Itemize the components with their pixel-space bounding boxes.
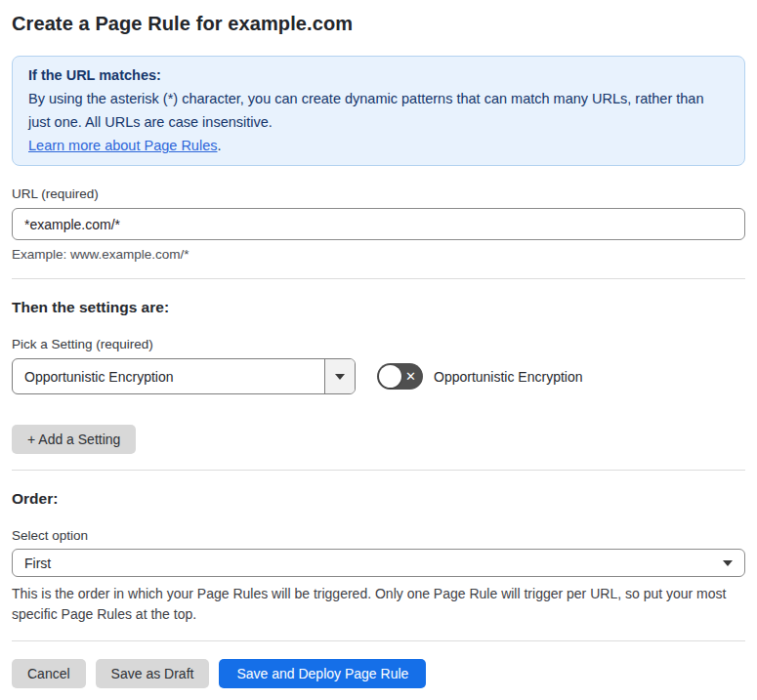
order-select-value: First	[24, 556, 723, 571]
divider	[12, 640, 745, 641]
chevron-down-icon	[335, 374, 345, 380]
order-select[interactable]: First	[12, 549, 745, 577]
cancel-button[interactable]: Cancel	[12, 659, 86, 688]
order-description: This is the order in which your Page Rul…	[12, 584, 745, 625]
setting-dropdown-caret-button[interactable]	[324, 359, 355, 393]
opportunistic-encryption-toggle[interactable]: ✕	[377, 363, 423, 390]
setting-dropdown[interactable]: Opportunistic Encryption	[12, 358, 356, 394]
toggle-label: Opportunistic Encryption	[434, 369, 583, 385]
settings-section-heading: Then the settings are:	[12, 298, 745, 316]
save-as-draft-button[interactable]: Save as Draft	[96, 659, 210, 688]
url-input[interactable]	[12, 208, 745, 240]
info-box-heading: If the URL matches:	[28, 63, 729, 87]
chevron-down-icon	[723, 560, 733, 566]
pick-setting-label: Pick a Setting (required)	[12, 336, 745, 352]
page-title: Create a Page Rule for example.com	[12, 11, 745, 36]
info-box-link-line: Learn more about Page Rules.	[28, 134, 729, 157]
toggle-knob	[379, 365, 401, 388]
form-actions: Cancel Save as Draft Save and Deploy Pag…	[12, 659, 745, 688]
url-example-hint: Example: www.example.com/*	[12, 246, 745, 263]
toggle-off-x-icon: ✕	[405, 370, 416, 383]
url-field-label: URL (required)	[12, 185, 745, 202]
add-setting-button[interactable]: + Add a Setting	[12, 425, 136, 454]
info-box-body: By using the asterisk (*) character, you…	[28, 87, 729, 134]
link-suffix: .	[217, 138, 221, 153]
setting-row: Opportunistic Encryption ✕ Opportunistic…	[12, 358, 745, 394]
divider	[12, 278, 745, 279]
learn-more-link[interactable]: Learn more about Page Rules	[28, 138, 217, 153]
url-match-info-box: If the URL matches: By using the asteris…	[12, 56, 745, 166]
order-select-label: Select option	[12, 527, 745, 544]
page-rule-form: Create a Page Rule for example.com If th…	[0, 11, 757, 688]
save-and-deploy-button[interactable]: Save and Deploy Page Rule	[219, 659, 426, 688]
order-section-heading: Order:	[12, 489, 745, 508]
divider	[12, 470, 745, 471]
setting-dropdown-value: Opportunistic Encryption	[13, 359, 324, 393]
